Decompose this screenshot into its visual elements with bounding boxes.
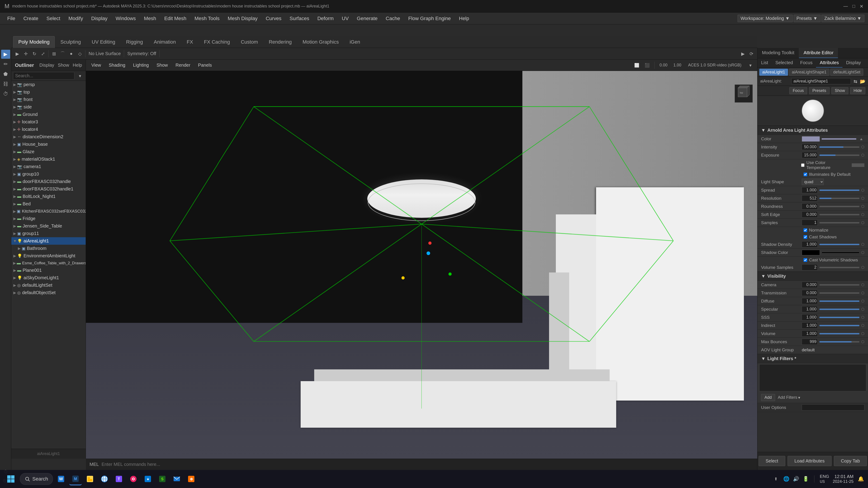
outliner-item-kitchen[interactable]: ▶▣KitchenFBXASC032setFBXASC032paris [11,207,86,215]
maximize-btn[interactable]: □ [852,4,855,9]
menu-flow[interactable]: Flow Graph Engine [405,14,454,23]
taskbar-maya-app[interactable]: M [69,473,82,485]
attr-tab-selected[interactable]: Selected [772,58,797,68]
menu-modify[interactable]: Modify [65,14,87,23]
samples-slider[interactable] [819,222,860,223]
outliner-item-distance[interactable]: ▶↔distanceDimension2 [11,133,86,140]
attr-node-tab-shape[interactable]: aiAreaLightShape1 [789,69,829,76]
resolution-slider[interactable] [819,198,860,199]
clock-display[interactable]: 12:01 AM 2024-11-25 [833,474,854,484]
viewport-canvas[interactable]: top [86,71,757,459]
specular-input[interactable]: 1.000 [802,306,817,312]
taskbar-mail-app[interactable] [170,473,183,485]
color-swatch[interactable] [802,136,820,142]
snap-surface-btn[interactable]: ◇ [76,50,84,58]
modeling-toolkit-tab[interactable]: Modeling Toolkit [757,48,799,58]
attr-link-btn[interactable]: ⇆ [852,78,858,84]
menu-mesh[interactable]: Mesh [141,14,160,23]
outliner-item-door-handle[interactable]: ▶▬doorFBXASC032handle [11,178,86,185]
viewport-view-menu[interactable]: View [89,62,104,69]
rotate-tool-btn[interactable]: ↻ [30,50,38,58]
notifications-btn[interactable]: 🔔 [857,475,864,483]
menu-cache[interactable]: Cache [382,14,404,23]
snap-grid-btn[interactable]: ⊞ [50,50,58,58]
arnold-section-header[interactable]: ▼ Arnold Area Light Attributes [757,126,868,135]
outliner-item-jensen-table[interactable]: ▶▬Jensen_Side_Table [11,222,86,230]
taskbar-chat-app[interactable]: T [113,473,125,485]
visibility-section-header[interactable]: ▼ Visibility [757,272,868,281]
soft-edge-expand[interactable]: ⬡ [861,213,864,217]
indirect-expand[interactable]: ⬡ [861,323,864,328]
outliner-item-glaze[interactable]: ▶▬Glaze [11,148,86,156]
outliner-display-menu[interactable]: Display [39,63,54,68]
move-tool-btn[interactable]: ✛ [22,50,30,58]
ipr-btn[interactable]: ⟳ [747,50,755,58]
max-bounces-slider[interactable] [819,341,860,343]
camera-smooth-btn[interactable]: ⬛ [643,61,651,69]
taskbar-game-app[interactable]: S [156,473,168,485]
hide-btn[interactable]: Hide [850,87,865,94]
max-bounces-input[interactable]: 999 [802,339,817,345]
taskbar-extra-app[interactable]: ⊕ [185,473,197,485]
outliner-item-skydome[interactable]: ▶💡aiSkyDomeLight1 [11,274,86,282]
volume-samples-expand[interactable]: ⬡ [861,265,864,269]
outliner-item-group10[interactable]: ▶▣group10 [11,170,86,178]
attr-tab-list[interactable]: List [757,58,772,68]
viewport-render-menu[interactable]: Render [173,62,193,69]
shadow-density-input[interactable]: 1.000 [802,241,817,248]
outliner-item-group11[interactable]: ▶▣group11 [11,230,86,237]
camera-vis-input[interactable]: 0.000 [802,282,817,288]
attr-folder-btn[interactable]: 📂 [860,78,865,84]
outliner-item-side[interactable]: ▶📷side [11,103,86,111]
specular-expand[interactable]: ⬡ [861,307,864,311]
render-btn[interactable]: ▶ [739,50,747,58]
viewport-panels-menu[interactable]: Panels [195,62,215,69]
user-options-input[interactable] [802,404,864,411]
volume-input[interactable]: 1.000 [802,330,817,337]
shadow-color-swatch[interactable] [802,250,820,255]
resolution-expand[interactable]: ⬡ [861,196,864,200]
diffuse-slider[interactable] [819,300,860,302]
taskbar-music-app[interactable] [127,473,140,485]
volume-slider[interactable] [819,333,860,334]
spread-slider[interactable] [819,190,860,191]
outliner-item-aiarealight1[interactable]: ▼💡aiAreaLight1 [11,237,86,245]
tab-custom[interactable]: Custom [236,36,263,48]
menu-windows[interactable]: Windows [112,14,140,23]
battery-icon[interactable]: 🔋 [803,476,809,482]
tab-fx-caching[interactable]: FX Caching [199,36,235,48]
tab-poly-modeling[interactable]: Poly Modeling [13,36,55,48]
menu-deform[interactable]: Deform [314,14,337,23]
sculpt-btn[interactable]: ⬟ [1,70,10,78]
outliner-item-bathroom[interactable]: ▶▣Bathroom [11,245,86,252]
attr-tab-focus[interactable]: Focus [797,58,816,68]
volume-samples-input[interactable]: 2 [802,264,817,270]
start-button[interactable] [4,472,18,486]
attribute-editor-tab[interactable]: Attribute Editor [799,48,838,58]
use-color-temp-checkbox[interactable] [801,163,804,167]
sss-expand[interactable]: ⬡ [861,315,864,320]
intensity-slider[interactable] [819,147,860,148]
taskbar-browser-app[interactable] [98,473,111,485]
attr-light-value[interactable]: aiAreaLightShape1 [792,78,851,84]
outliner-show-menu[interactable]: Show [58,63,69,68]
menu-mesh-tools[interactable]: Mesh Tools [191,14,223,23]
intensity-expand[interactable]: ⬡ [861,145,864,149]
outliner-item-bolt-lock[interactable]: ▶▬BoltLock_Night1 [11,193,86,200]
tab-rigging[interactable]: Rigging [121,36,148,48]
spread-input[interactable]: 1.000 [802,187,817,193]
shadow-color-slider[interactable] [822,252,860,253]
shadow-color-expand[interactable]: ⬡ [861,250,864,255]
outliner-item-fridge[interactable]: ▶▬Fridge [11,215,86,222]
outliner-item-materialstack[interactable]: ▶◈materialOStack1 [11,156,86,163]
outliner-item-defaultlightset[interactable]: ▶◎defaultLightSet [11,282,86,289]
menu-file[interactable]: File [4,14,19,23]
taskbar-search[interactable]: Search [20,473,53,485]
transmission-vis-input[interactable]: 0.000 [802,290,817,296]
outliner-item-locator4[interactable]: ▶✛locator4 [11,126,86,133]
roundness-slider[interactable] [819,206,860,207]
menu-display[interactable]: Display [88,14,111,23]
light-filters-header[interactable]: ▼ Light Filters * [757,354,868,363]
menu-mesh-display[interactable]: Mesh Display [224,14,261,23]
outliner-item-front[interactable]: ▶📷front [11,96,86,103]
